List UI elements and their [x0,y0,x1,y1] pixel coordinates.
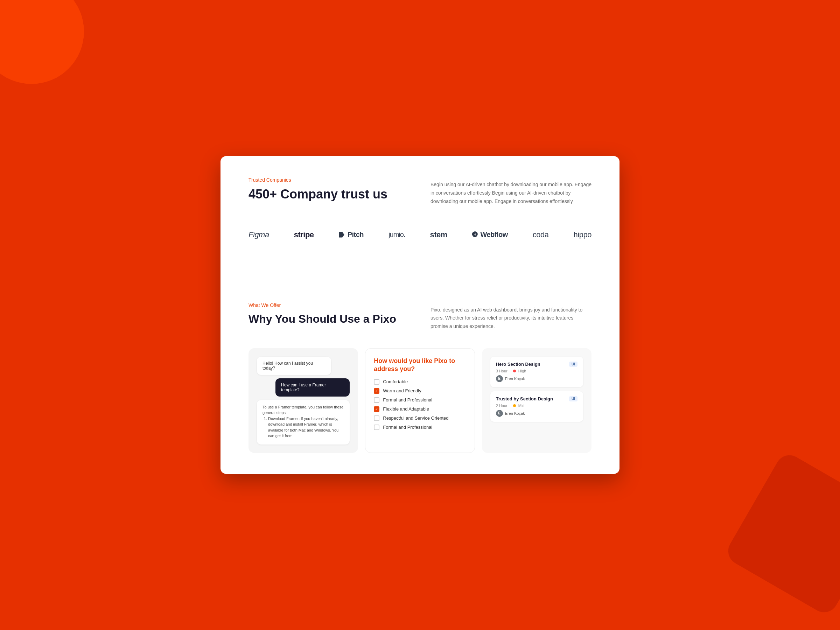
form-label-4: Flexible and Adaptable [383,406,429,412]
trusted-eyebrow: Trusted Companies [248,177,409,183]
task-badge-2: UI [569,396,578,401]
checkbox-3[interactable] [374,397,379,403]
cards-row: Hello! How can I assist you today? How c… [248,348,592,453]
trusted-title: 450+ Company trust us [248,187,409,202]
offer-left: What We Offer Why You Should Use a Pixo [248,302,409,331]
chat-response-step-1: Download Framer: If you haven't already,… [268,416,344,439]
priority-label-2: Mid [518,404,525,408]
task-header-1: Hero Section Design UI [496,362,578,367]
chat-response-intro: To use a Framer template, you can follow… [262,405,343,415]
chat-bubble-user: Hello! How can I assist you today? [257,357,331,375]
assignee-name-2: Eren Koçak [505,411,525,415]
priority-dot-high [513,369,516,373]
logo-figma: Figma [248,230,269,239]
logo-stem: stem [430,230,447,239]
trusted-section: Trusted Companies 450+ Company trust us … [221,156,619,267]
task-item-1: Hero Section Design UI 3 Hour High E Ere… [490,357,583,387]
chat-card: Hello! How can I assist you today? How c… [248,348,358,453]
pitch-icon [339,232,344,238]
priority-label-1: High [518,369,526,373]
offer-layout: What We Offer Why You Should Use a Pixo … [248,302,592,331]
chat-response: To use a Framer template, you can follow… [257,400,350,445]
offer-section: What We Offer Why You Should Use a Pixo … [221,295,619,474]
chat-response-list: Download Framer: If you haven't already,… [262,416,344,439]
checkbox-1[interactable] [374,379,379,385]
offer-title: Why You Should Use a Pixo [248,312,409,325]
task-duration-2: 2 Hour [496,404,507,408]
form-label-1: Comfortable [383,379,408,384]
form-option-6: Formal and Professional [374,425,466,430]
logo-pitch: Pitch [339,231,364,239]
task-assignee-1: E Eren Koçak [496,375,578,382]
offer-right: Pixo, designed as an AI web dashboard, b… [431,302,592,331]
task-duration-1: 3 Hour [496,369,507,373]
task-card: Hero Section Design UI 3 Hour High E Ere… [482,348,592,453]
checkbox-2[interactable]: ✓ [374,388,379,394]
form-question: How would you like Pixo to address you? [374,357,466,373]
spacer [221,267,619,295]
trusted-left: Trusted Companies 450+ Company trust us [248,177,409,205]
task-meta-1: 3 Hour High [496,369,578,373]
form-card: How would you like Pixo to address you? … [365,348,475,453]
trusted-right: Begin using our AI-driven chatbot by dow… [431,177,592,205]
task-meta-2: 2 Hour Mid [496,404,578,408]
logo-stripe: stripe [294,230,314,239]
form-option-1: Comfortable [374,379,466,385]
task-header-2: Trusted by Section Design UI [496,396,578,401]
task-priority-2: Mid [513,404,525,408]
task-priority-1: High [513,369,526,373]
form-label-6: Formal and Professional [383,425,432,430]
offer-description: Pixo, designed as an AI web dashboard, b… [431,302,592,331]
logo-jumio: jumio. [388,231,405,239]
checkbox-4[interactable]: ✓ [374,406,379,412]
logo-hippo: hippo [574,230,592,239]
priority-dot-mid [513,404,516,407]
form-label-2: Warm and Friendly [383,388,421,393]
checkbox-6[interactable] [374,425,379,430]
avatar-1: E [496,375,503,382]
logo-coda: coda [533,230,549,239]
form-option-5: Respectful and Service Oriented [374,415,466,421]
chat-bubble-assistant: How can I use a Framer template? [275,378,350,396]
task-item-2: Trusted by Section Design UI 2 Hour Mid … [490,391,583,422]
form-option-3: Formal and Professional [374,397,466,403]
logos-row: Figma stripe Pitch jumio. stem 🅦 Webflow… [248,223,592,253]
task-assignee-2: E Eren Koçak [496,410,578,417]
task-title-1: Hero Section Design [496,362,540,367]
form-option-4: ✓ Flexible and Adaptable [374,406,466,412]
logo-webflow: 🅦 Webflow [472,231,508,239]
trusted-description: Begin using our AI-driven chatbot by dow… [431,177,592,205]
form-option-2: ✓ Warm and Friendly [374,388,466,394]
form-label-3: Formal and Professional [383,397,432,403]
checkbox-5[interactable] [374,415,379,421]
assignee-name-1: Eren Koçak [505,377,525,381]
form-label-5: Respectful and Service Oriented [383,415,448,421]
avatar-2: E [496,410,503,417]
task-title-2: Trusted by Section Design [496,396,553,401]
webflow-icon: 🅦 [472,232,478,238]
task-badge-1: UI [569,362,578,367]
offer-eyebrow: What We Offer [248,302,409,308]
main-container: Trusted Companies 450+ Company trust us … [221,156,619,474]
